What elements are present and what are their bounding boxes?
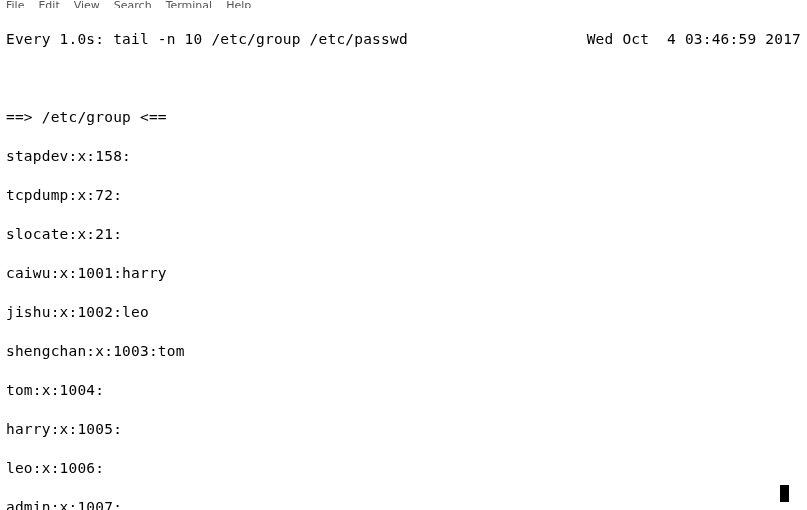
group-line: stapdev:x:158: [6, 147, 801, 167]
terminal-cursor [780, 485, 789, 502]
group-line: shengchan:x:1003:tom [6, 342, 801, 362]
menu-view[interactable]: View [74, 4, 100, 8]
menu-help[interactable]: Help [226, 4, 251, 8]
menu-search[interactable]: Search [114, 4, 152, 8]
group-line: tcpdump:x:72: [6, 186, 801, 206]
group-line: leo:x:1006: [6, 459, 801, 479]
watch-timestamp: Wed Oct 4 03:46:59 2017 [587, 30, 801, 50]
blank-line [6, 69, 801, 89]
group-line: harry:x:1005: [6, 420, 801, 440]
menu-bar: File Edit View Search Terminal Help [0, 0, 807, 8]
group-header: ==> /etc/group <== [6, 108, 801, 128]
group-line: tom:x:1004: [6, 381, 801, 401]
menu-file[interactable]: File [6, 4, 24, 8]
watch-header: Every 1.0s: tail -n 10 /etc/group /etc/p… [6, 30, 801, 50]
group-line: slocate:x:21: [6, 225, 801, 245]
watch-command: Every 1.0s: tail -n 10 /etc/group /etc/p… [6, 30, 408, 50]
menu-edit[interactable]: Edit [38, 4, 59, 8]
group-line: admin:x:1007: [6, 498, 801, 511]
group-line: jishu:x:1002:leo [6, 303, 801, 323]
menu-terminal[interactable]: Terminal [166, 4, 213, 8]
terminal-output: Every 1.0s: tail -n 10 /etc/group /etc/p… [0, 8, 807, 510]
group-line: caiwu:x:1001:harry [6, 264, 801, 284]
